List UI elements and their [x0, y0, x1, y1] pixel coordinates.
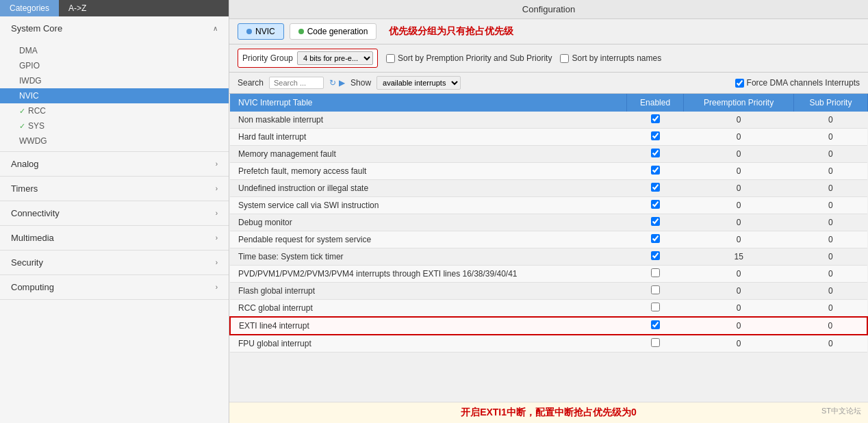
sidebar-item-gpio[interactable]: GPIO — [0, 58, 229, 73]
sidebar-section-header-3[interactable]: Connectivity› — [0, 201, 229, 225]
sidebar-section-header-2[interactable]: Timers› — [0, 177, 229, 201]
cell-enabled-5[interactable] — [627, 197, 684, 214]
cell-sub-5: 0 — [794, 197, 867, 214]
col-header-sub: Sub Priority — [794, 94, 867, 112]
sidebar-section-label-5: Security — [11, 257, 43, 268]
cell-sub-11: 0 — [794, 300, 867, 318]
cell-enabled-0[interactable] — [627, 112, 684, 129]
sidebar-item-sys[interactable]: ✓SYS — [0, 118, 229, 133]
enabled-checkbox-9[interactable] — [651, 268, 660, 277]
enabled-checkbox-11[interactable] — [651, 303, 660, 311]
cell-enabled-11[interactable] — [627, 300, 684, 318]
table-row-11: RCC global interrupt00 — [230, 300, 867, 318]
cell-sub-4: 0 — [794, 180, 867, 197]
sidebar-section-timers: Timers› — [0, 177, 229, 201]
annotation-bottom: 开启EXTI1中断，配置中断抢占优先级为0 — [229, 402, 868, 423]
search-input[interactable] — [269, 77, 324, 89]
table-row-5: System service call via SWI instruction0… — [230, 197, 867, 214]
enabled-checkbox-5[interactable] — [651, 200, 660, 209]
sidebar-section-header-1[interactable]: Analog› — [0, 152, 229, 176]
enabled-checkbox-13[interactable] — [651, 338, 660, 347]
sort-names-checkbox[interactable] — [560, 54, 569, 63]
enabled-checkbox-10[interactable] — [651, 285, 660, 294]
enabled-checkbox-6[interactable] — [651, 217, 660, 226]
enabled-checkbox-12[interactable] — [651, 320, 660, 329]
forward-icon[interactable]: ▶ — [339, 78, 345, 88]
sidebar-item-label-1: GPIO — [19, 61, 40, 70]
table-row-0: Non maskable interrupt00 — [230, 112, 867, 129]
cell-enabled-4[interactable] — [627, 180, 684, 197]
sidebar-section-security: Security› — [0, 251, 229, 275]
enabled-checkbox-4[interactable] — [651, 183, 660, 192]
enabled-checkbox-2[interactable] — [651, 149, 660, 157]
sidebar-tabs: Categories A->Z — [0, 0, 229, 16]
sidebar-section-header-4[interactable]: Multimedia› — [0, 226, 229, 250]
cell-sub-9: 0 — [794, 266, 867, 283]
cell-enabled-3[interactable] — [627, 163, 684, 180]
enabled-checkbox-3[interactable] — [651, 166, 660, 175]
cell-enabled-1[interactable] — [627, 129, 684, 146]
sidebar-item-rcc[interactable]: ✓RCC — [0, 103, 229, 118]
cell-name-13: FPU global interrupt — [230, 335, 627, 352]
enabled-checkbox-0[interactable] — [651, 114, 660, 123]
cell-enabled-2[interactable] — [627, 146, 684, 163]
cell-preemption-3: 0 — [683, 163, 793, 180]
cell-name-3: Prefetch fault, memory access fault — [230, 163, 627, 180]
table-row-3: Prefetch fault, memory access fault00 — [230, 163, 867, 180]
sidebar-item-label-0: DMA — [19, 46, 38, 55]
sort-preemption-label: Sort by Premption Priority and Sub Prior… — [398, 53, 552, 63]
cell-enabled-9[interactable] — [627, 266, 684, 283]
sidebar-section-header-0[interactable]: System Core∧ — [0, 16, 229, 40]
cell-enabled-8[interactable] — [627, 248, 684, 266]
priority-group-select[interactable]: 4 bits for pre-e... 3 bits for pre-e... … — [297, 51, 373, 65]
cell-enabled-12[interactable] — [627, 317, 684, 335]
cell-name-5: System service call via SWI instruction — [230, 197, 627, 214]
sidebar-section-label-1: Analog — [11, 159, 38, 169]
cell-enabled-13[interactable] — [627, 335, 684, 352]
cell-name-9: PVD/PVM1/PVM2/PVM3/PVM4 interrupts throu… — [230, 266, 627, 283]
sort-names-option[interactable]: Sort by interrupts names — [560, 53, 661, 63]
sidebar-item-iwdg[interactable]: IWDG — [0, 73, 229, 88]
priority-group-container: Priority Group 4 bits for pre-e... 3 bit… — [238, 49, 378, 68]
sidebar-item-dma[interactable]: DMA — [0, 43, 229, 58]
cell-sub-6: 0 — [794, 214, 867, 231]
tab-categories[interactable]: Categories — [0, 0, 59, 16]
tab-code-generation[interactable]: Code generation — [290, 23, 377, 40]
enabled-checkbox-1[interactable] — [651, 131, 660, 140]
sort-preemption-option[interactable]: Sort by Premption Priority and Sub Prior… — [386, 53, 552, 63]
cell-sub-12: 0 — [794, 317, 867, 335]
refresh-icon[interactable]: ↻ — [329, 78, 336, 88]
tab-codegen-label: Code generation — [307, 27, 368, 36]
chevron-icon-0: ∧ — [213, 25, 218, 32]
sidebar-section-multimedia: Multimedia› — [0, 226, 229, 251]
sidebar-item-wwdg[interactable]: WWDG — [0, 133, 229, 149]
cell-preemption-0: 0 — [683, 112, 793, 129]
sidebar-section-analog: Analog› — [0, 152, 229, 177]
show-select[interactable]: available interrupts all interrupts — [376, 76, 461, 90]
sidebar-section-header-5[interactable]: Security› — [0, 251, 229, 274]
sidebar-content: System Core∧DMAGPIOIWDGNVIC✓RCC✓SYSWWDGA… — [0, 16, 229, 423]
sidebar-section-header-6[interactable]: Computing› — [0, 275, 229, 299]
cell-name-1: Hard fault interrupt — [230, 129, 627, 146]
config-tabs-row: NVIC Code generation 优先级分组为只有抢占优先级 — [229, 19, 868, 44]
check-icon-4: ✓ — [19, 107, 25, 116]
cell-enabled-6[interactable] — [627, 214, 684, 231]
enabled-checkbox-7[interactable] — [651, 234, 660, 243]
annotation-top: 优先级分组为只有抢占优先级 — [389, 25, 513, 38]
sidebar-item-nvic[interactable]: NVIC — [0, 88, 229, 103]
table-row-1: Hard fault interrupt00 — [230, 129, 867, 146]
table-row-6: Debug monitor00 — [230, 214, 867, 231]
cell-enabled-7[interactable] — [627, 231, 684, 248]
sort-preemption-checkbox[interactable] — [386, 54, 395, 63]
cell-enabled-10[interactable] — [627, 283, 684, 300]
tab-az[interactable]: A->Z — [59, 0, 96, 16]
cell-sub-2: 0 — [794, 146, 867, 163]
chevron-icon-5: › — [216, 259, 218, 266]
cell-preemption-12: 0 — [683, 317, 793, 335]
enabled-checkbox-8[interactable] — [651, 251, 660, 260]
force-dma-checkbox[interactable] — [735, 79, 744, 88]
tab-nvic[interactable]: NVIC — [238, 23, 284, 40]
sidebar: Categories A->Z System Core∧DMAGPIOIWDGN… — [0, 0, 229, 423]
force-dma-option[interactable]: Force DMA channels Interrupts — [735, 78, 860, 88]
codegen-dot — [298, 29, 304, 34]
